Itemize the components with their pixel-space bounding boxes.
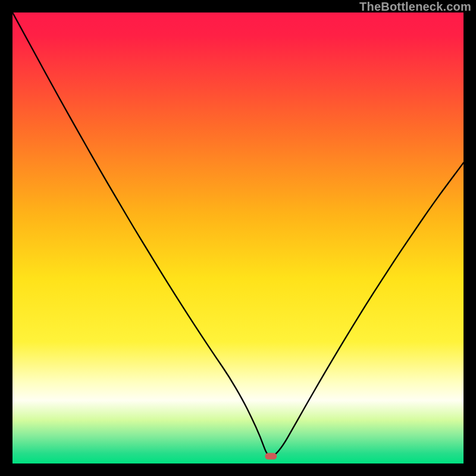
chart-frame: TheBottleneck.com	[0, 0, 476, 476]
watermark-text: TheBottleneck.com	[359, 0, 471, 14]
optimum-marker	[265, 453, 277, 459]
chart-svg	[12, 12, 464, 464]
chart-background	[12, 12, 464, 464]
chart-plot-area	[12, 12, 464, 464]
